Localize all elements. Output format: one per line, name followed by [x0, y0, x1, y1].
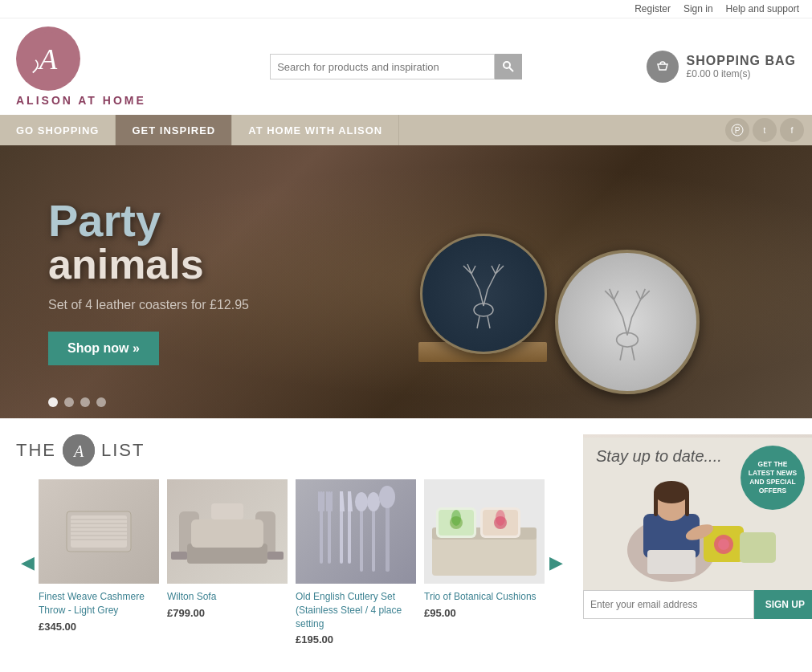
svg-line-14 [632, 347, 635, 360]
nav-go-shopping[interactable]: GO SHOPPING [0, 115, 116, 145]
svg-rect-45 [372, 507, 375, 572]
cart-info: SHOPPING BAG £0.00 0 item(s) [687, 54, 796, 79]
products-grid: Finest Weave Cashmere Throw - Light Grey… [39, 479, 545, 646]
svg-point-58 [496, 510, 505, 526]
hero-title-main: Party [48, 198, 249, 243]
svg-rect-29 [191, 519, 263, 548]
nav-bar: GO SHOPPING GET INSPIRED AT HOME WITH AL… [0, 115, 812, 145]
cart-icon [647, 51, 679, 83]
next-arrow[interactable]: ▶ [545, 543, 567, 583]
product-card: Trio of Botanical Cushions £95.00 [424, 479, 545, 646]
product-card: Wilton Sofa £799.00 [167, 479, 288, 646]
prev-arrow[interactable]: ◀ [16, 543, 39, 583]
search-input[interactable] [270, 54, 495, 79]
svg-marker-40 [340, 491, 345, 511]
product-image[interactable] [296, 479, 416, 584]
svg-text:t: t [764, 126, 766, 135]
product-price: £195.00 [296, 633, 416, 646]
stay-updated-title: Stay up to date.... [596, 447, 722, 466]
brand-name: ALISON AT HOME [16, 94, 146, 107]
product-card: Old English Cutlery Set (Stainless Steel… [296, 479, 416, 646]
product-name[interactable]: Finest Weave Cashmere Throw - Light Grey [39, 590, 159, 617]
svg-text:P: P [735, 126, 741, 135]
product-name[interactable]: Old English Cutlery Set (Stainless Steel… [296, 590, 416, 630]
nav-get-inspired[interactable]: GET INSPIRED [116, 115, 232, 145]
cart-amount: £0.00 0 item(s) [687, 68, 796, 79]
email-input[interactable] [583, 590, 754, 619]
shop-now-button[interactable]: Shop now » [48, 332, 159, 365]
product-image[interactable] [39, 479, 159, 584]
twitter-button[interactable]: t [753, 118, 777, 142]
search-area [270, 54, 522, 79]
section-title: THE A LIST [16, 434, 567, 466]
svg-line-13 [620, 347, 622, 360]
svg-rect-37 [326, 491, 328, 511]
hero-decoration [378, 169, 716, 410]
nav-at-home[interactable]: AT HOME WITH ALISON [232, 115, 399, 145]
svg-point-4 [655, 59, 671, 75]
svg-rect-31 [267, 552, 284, 560]
product-section: THE A LIST ◀ [16, 434, 567, 646]
svg-rect-34 [318, 491, 320, 511]
svg-point-44 [355, 492, 368, 511]
sidebar: Stay up to date.... GET THE LATEST NEWS … [583, 434, 812, 646]
cutlery-image [296, 479, 416, 584]
svg-point-57 [451, 510, 461, 526]
search-button[interactable] [495, 54, 522, 79]
svg-line-3 [509, 67, 513, 71]
svg-point-63 [654, 481, 689, 503]
product-price: £345.00 [39, 621, 159, 633]
product-carousel: ◀ [16, 479, 567, 646]
svg-rect-30 [171, 552, 187, 560]
signup-button[interactable]: SIGN UP [754, 590, 812, 619]
hero-banner: Party animals Set of 4 leather coasters … [0, 145, 812, 418]
cushion-image [424, 479, 545, 584]
hero-description: Set of 4 leather coasters for £12.95 [48, 298, 249, 312]
svg-rect-32 [211, 503, 243, 519]
svg-rect-38 [331, 491, 333, 511]
svg-rect-47 [386, 503, 390, 572]
svg-rect-65 [685, 492, 689, 516]
product-name[interactable]: Wilton Sofa [167, 590, 288, 604]
svg-rect-70 [740, 532, 776, 563]
main-content: THE A LIST ◀ [0, 418, 812, 662]
pinterest-button[interactable]: P [725, 118, 749, 142]
product-image[interactable] [424, 479, 545, 584]
register-link[interactable]: Register [635, 3, 671, 14]
svg-rect-66 [647, 550, 696, 574]
facebook-button[interactable]: f [780, 118, 804, 142]
svg-rect-64 [654, 492, 658, 516]
product-image[interactable] [167, 479, 288, 584]
svg-point-46 [367, 492, 380, 511]
hero-text: Party animals Set of 4 leather coasters … [0, 198, 249, 365]
throw-image [39, 479, 159, 584]
sofa-image [167, 479, 288, 584]
help-link[interactable]: Help and support [726, 3, 799, 14]
svg-text:A: A [37, 43, 58, 75]
svg-line-11 [488, 316, 490, 328]
svg-rect-35 [323, 491, 324, 511]
cart-area[interactable]: SHOPPING BAG £0.00 0 item(s) [647, 51, 796, 83]
product-price: £95.00 [424, 607, 545, 619]
top-bar: Register Sign in Help and support [0, 0, 812, 18]
signin-link[interactable]: Sign in [683, 3, 713, 14]
svg-text:A: A [72, 442, 84, 460]
carousel-dot-3[interactable] [80, 397, 90, 407]
product-card: Finest Weave Cashmere Throw - Light Grey… [39, 479, 159, 646]
svg-point-48 [379, 486, 395, 508]
svg-point-69 [718, 539, 729, 550]
stay-updated-widget: Stay up to date.... GET THE LATEST NEWS … [583, 434, 812, 619]
hero-title-sub: animals [48, 243, 249, 285]
svg-point-2 [504, 62, 510, 68]
svg-rect-49 [432, 536, 537, 576]
logo-circle[interactable]: A [16, 26, 80, 91]
cta-offers-circle[interactable]: GET THE LATEST NEWS AND SPECIAL OFFERS [741, 446, 805, 510]
svg-rect-36 [328, 491, 331, 564]
svg-marker-42 [348, 491, 353, 511]
section-title-the: THE [16, 440, 56, 461]
carousel-dot-1[interactable] [48, 397, 58, 407]
a-list-logo: A [63, 434, 95, 466]
carousel-dot-4[interactable] [96, 397, 106, 407]
carousel-dot-2[interactable] [64, 397, 74, 407]
product-name[interactable]: Trio of Botanical Cushions [424, 590, 545, 604]
